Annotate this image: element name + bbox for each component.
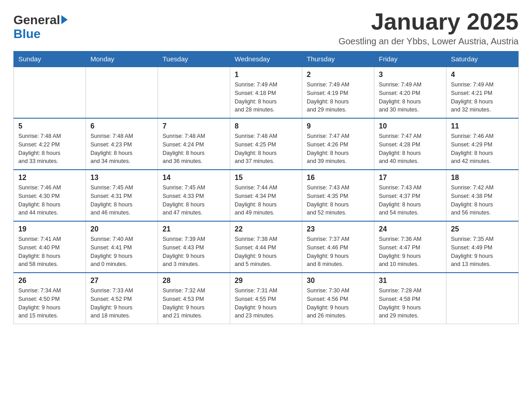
day-info: Sunrise: 7:39 AM Sunset: 4:43 PM Dayligh… [163, 235, 225, 269]
day-number: 29 [235, 277, 297, 285]
calendar-cell: 30Sunrise: 7:30 AM Sunset: 4:56 PM Dayli… [302, 273, 374, 324]
day-number: 19 [18, 225, 81, 233]
day-info: Sunrise: 7:47 AM Sunset: 4:28 PM Dayligh… [379, 132, 442, 166]
day-info: Sunrise: 7:43 AM Sunset: 4:37 PM Dayligh… [379, 184, 442, 217]
day-number: 2 [307, 71, 369, 79]
weekday-header-tuesday: Tuesday [158, 51, 230, 67]
day-number: 28 [163, 277, 225, 285]
calendar-week-row: 12Sunrise: 7:46 AM Sunset: 4:30 PM Dayli… [14, 170, 519, 221]
calendar-cell: 8Sunrise: 7:48 AM Sunset: 4:25 PM Daylig… [230, 118, 302, 170]
day-number: 18 [451, 174, 514, 182]
calendar-cell: 25Sunrise: 7:35 AM Sunset: 4:49 PM Dayli… [446, 221, 519, 273]
day-number: 23 [307, 225, 369, 233]
calendar-cell: 7Sunrise: 7:48 AM Sunset: 4:24 PM Daylig… [158, 118, 230, 170]
calendar-cell: 22Sunrise: 7:38 AM Sunset: 4:44 PM Dayli… [230, 221, 302, 273]
day-number: 22 [235, 225, 297, 233]
calendar-cell: 24Sunrise: 7:36 AM Sunset: 4:47 PM Dayli… [374, 221, 446, 273]
calendar-cell: 4Sunrise: 7:49 AM Sunset: 4:21 PM Daylig… [446, 67, 519, 118]
calendar-cell: 21Sunrise: 7:39 AM Sunset: 4:43 PM Dayli… [158, 221, 230, 273]
day-info: Sunrise: 7:34 AM Sunset: 4:50 PM Dayligh… [18, 287, 81, 320]
weekday-header-wednesday: Wednesday [230, 51, 302, 67]
day-info: Sunrise: 7:46 AM Sunset: 4:30 PM Dayligh… [18, 184, 81, 217]
logo: General Blue [13, 13, 68, 41]
calendar-cell: 9Sunrise: 7:47 AM Sunset: 4:26 PM Daylig… [302, 118, 374, 170]
weekday-header-monday: Monday [86, 51, 158, 67]
day-number: 4 [451, 71, 514, 79]
calendar-cell: 2Sunrise: 7:49 AM Sunset: 4:19 PM Daylig… [302, 67, 374, 118]
calendar-cell: 28Sunrise: 7:32 AM Sunset: 4:53 PM Dayli… [158, 273, 230, 324]
calendar-cell [158, 67, 230, 118]
day-number: 11 [451, 122, 514, 130]
day-number: 17 [379, 174, 442, 182]
calendar-cell: 10Sunrise: 7:47 AM Sunset: 4:28 PM Dayli… [374, 118, 446, 170]
day-number: 1 [235, 71, 297, 79]
calendar-cell: 14Sunrise: 7:45 AM Sunset: 4:33 PM Dayli… [158, 170, 230, 221]
calendar-cell [446, 273, 519, 324]
day-info: Sunrise: 7:28 AM Sunset: 4:58 PM Dayligh… [379, 287, 442, 320]
calendar-cell: 12Sunrise: 7:46 AM Sunset: 4:30 PM Dayli… [14, 170, 86, 221]
day-info: Sunrise: 7:48 AM Sunset: 4:24 PM Dayligh… [163, 132, 225, 166]
day-number: 14 [163, 174, 225, 182]
calendar-cell: 18Sunrise: 7:42 AM Sunset: 4:38 PM Dayli… [446, 170, 519, 221]
day-number: 31 [379, 277, 442, 285]
day-number: 27 [90, 277, 153, 285]
day-number: 24 [379, 225, 442, 233]
day-number: 3 [379, 71, 442, 79]
day-info: Sunrise: 7:49 AM Sunset: 4:20 PM Dayligh… [379, 81, 442, 114]
calendar-cell: 16Sunrise: 7:43 AM Sunset: 4:35 PM Dayli… [302, 170, 374, 221]
day-number: 12 [18, 174, 81, 182]
day-number: 5 [18, 122, 81, 130]
day-info: Sunrise: 7:49 AM Sunset: 4:19 PM Dayligh… [307, 81, 369, 114]
calendar-cell: 13Sunrise: 7:45 AM Sunset: 4:31 PM Dayli… [86, 170, 158, 221]
location-subtitle: Goestling an der Ybbs, Lower Austria, Au… [339, 36, 519, 47]
day-number: 6 [90, 122, 153, 130]
calendar-cell: 19Sunrise: 7:41 AM Sunset: 4:40 PM Dayli… [14, 221, 86, 273]
calendar-cell: 1Sunrise: 7:49 AM Sunset: 4:18 PM Daylig… [230, 67, 302, 118]
day-info: Sunrise: 7:38 AM Sunset: 4:44 PM Dayligh… [235, 235, 297, 269]
calendar-cell [86, 67, 158, 118]
day-number: 9 [307, 122, 369, 130]
day-info: Sunrise: 7:48 AM Sunset: 4:23 PM Dayligh… [90, 132, 153, 166]
day-info: Sunrise: 7:30 AM Sunset: 4:56 PM Dayligh… [307, 287, 369, 320]
calendar-cell: 31Sunrise: 7:28 AM Sunset: 4:58 PM Dayli… [374, 273, 446, 324]
day-number: 8 [235, 122, 297, 130]
weekday-header-saturday: Saturday [446, 51, 519, 67]
weekday-header-friday: Friday [374, 51, 446, 67]
calendar-cell: 27Sunrise: 7:33 AM Sunset: 4:52 PM Dayli… [86, 273, 158, 324]
day-number: 7 [163, 122, 225, 130]
day-info: Sunrise: 7:31 AM Sunset: 4:55 PM Dayligh… [235, 287, 297, 320]
weekday-header-thursday: Thursday [302, 51, 374, 67]
calendar-cell: 11Sunrise: 7:46 AM Sunset: 4:29 PM Dayli… [446, 118, 519, 170]
calendar-cell: 23Sunrise: 7:37 AM Sunset: 4:46 PM Dayli… [302, 221, 374, 273]
day-number: 10 [379, 122, 442, 130]
day-info: Sunrise: 7:47 AM Sunset: 4:26 PM Dayligh… [307, 132, 369, 166]
calendar-cell: 20Sunrise: 7:40 AM Sunset: 4:41 PM Dayli… [86, 221, 158, 273]
day-number: 20 [90, 225, 153, 233]
day-info: Sunrise: 7:48 AM Sunset: 4:25 PM Dayligh… [235, 132, 297, 166]
day-number: 15 [235, 174, 297, 182]
weekday-header-sunday: Sunday [14, 51, 86, 67]
calendar-table: SundayMondayTuesdayWednesdayThursdayFrid… [13, 51, 519, 324]
calendar-cell: 17Sunrise: 7:43 AM Sunset: 4:37 PM Dayli… [374, 170, 446, 221]
weekday-header-row: SundayMondayTuesdayWednesdayThursdayFrid… [14, 51, 519, 67]
day-info: Sunrise: 7:44 AM Sunset: 4:34 PM Dayligh… [235, 184, 297, 217]
day-number: 30 [307, 277, 369, 285]
calendar-cell: 26Sunrise: 7:34 AM Sunset: 4:50 PM Dayli… [14, 273, 86, 324]
day-number: 26 [18, 277, 81, 285]
month-title: January 2025 [339, 9, 519, 34]
day-info: Sunrise: 7:41 AM Sunset: 4:40 PM Dayligh… [18, 235, 81, 269]
calendar-week-row: 1Sunrise: 7:49 AM Sunset: 4:18 PM Daylig… [14, 67, 519, 118]
day-info: Sunrise: 7:46 AM Sunset: 4:29 PM Dayligh… [451, 132, 514, 166]
day-info: Sunrise: 7:43 AM Sunset: 4:35 PM Dayligh… [307, 184, 369, 217]
calendar-cell: 29Sunrise: 7:31 AM Sunset: 4:55 PM Dayli… [230, 273, 302, 324]
calendar-cell: 3Sunrise: 7:49 AM Sunset: 4:20 PM Daylig… [374, 67, 446, 118]
day-info: Sunrise: 7:35 AM Sunset: 4:49 PM Dayligh… [451, 235, 514, 269]
day-info: Sunrise: 7:49 AM Sunset: 4:21 PM Dayligh… [451, 81, 514, 114]
day-info: Sunrise: 7:40 AM Sunset: 4:41 PM Dayligh… [90, 235, 153, 269]
logo-triangle-icon [61, 15, 68, 24]
day-number: 13 [90, 174, 153, 182]
logo-general-text: General [13, 13, 60, 27]
calendar-week-row: 19Sunrise: 7:41 AM Sunset: 4:40 PM Dayli… [14, 221, 519, 273]
calendar-week-row: 5Sunrise: 7:48 AM Sunset: 4:22 PM Daylig… [14, 118, 519, 170]
day-info: Sunrise: 7:33 AM Sunset: 4:52 PM Dayligh… [90, 287, 153, 320]
